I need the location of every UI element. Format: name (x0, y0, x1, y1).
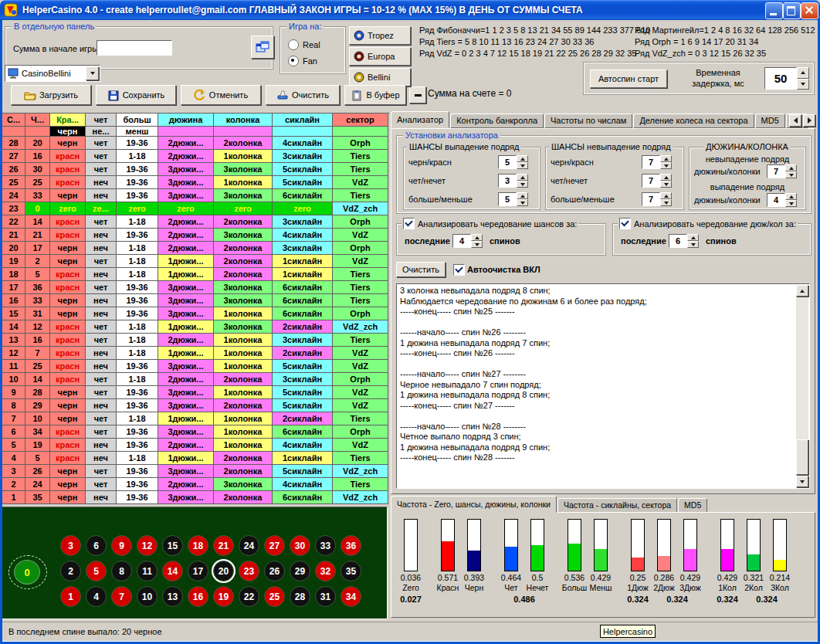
tab-анализатор[interactable]: Анализатор (391, 111, 449, 128)
close-button[interactable] (801, 2, 818, 19)
collapse-button[interactable] (409, 86, 426, 103)
board-number-11[interactable]: 11 (137, 561, 158, 581)
board-number-0[interactable]: 0 (14, 560, 40, 585)
board-number-6[interactable]: 6 (86, 535, 107, 556)
freq-tab[interactable]: MD5 (678, 498, 707, 513)
table-row[interactable]: 2214краснчет1-182дюжи...2колонка3сиклайн… (2, 215, 389, 229)
board-number-22[interactable]: 22 (239, 586, 259, 607)
scroll-down-button[interactable] (796, 476, 808, 487)
table-row[interactable]: 135черннеч19-363дюжи...2колонка6сиклайнV… (2, 491, 389, 504)
delay-spinner[interactable]: 50 (764, 67, 809, 90)
detach-panel-button[interactable] (251, 36, 274, 59)
board-number-25[interactable]: 25 (264, 586, 285, 607)
freq-tab[interactable]: Частота - Zero, шансы, дюжины, колонки (391, 496, 557, 513)
board-number-17[interactable]: 17 (188, 561, 208, 581)
autoclear-checkbox[interactable] (453, 264, 465, 276)
title-bar[interactable]: HelperCasino 4.0 - create helperroullet@… (0, 0, 820, 20)
column-header[interactable]: сиклайн (273, 114, 333, 127)
delay-spin-down[interactable] (797, 79, 809, 90)
maximize-button[interactable] (783, 2, 801, 19)
tab-частоты-по-числам[interactable]: Частоты по числам (544, 114, 632, 128)
table-row[interactable]: 1633черннеч19-363дюжи...3колонка6сиклайн… (2, 294, 389, 307)
table-row[interactable]: 928чернчет19-363дюжи...1колонка5сиклайнV… (2, 386, 389, 399)
load-button[interactable]: Загрузить (11, 85, 91, 105)
column-header[interactable]: дюжина (158, 114, 214, 127)
table-row[interactable]: 45красннеч1-181дюжи...2колонка1сиклайнTi… (2, 452, 389, 465)
tab-деление-колеса-на-сектора[interactable]: Деление колеса на сектора (633, 114, 754, 128)
tabs-scroll-right-button[interactable] (803, 114, 815, 127)
board-number-36[interactable]: 36 (341, 535, 361, 556)
delay-spin-up[interactable] (797, 67, 809, 79)
black-red-hit-spinner[interactable]: 5 (498, 155, 528, 169)
high-low-hit-spinner[interactable]: 5 (498, 192, 528, 206)
freq-tab[interactable]: Частота - сиклайны, сектора (557, 498, 677, 513)
casino-button-bellini[interactable]: Bellini (349, 68, 411, 86)
board-number-15[interactable]: 15 (162, 535, 183, 556)
tab-md5[interactable]: MD5 (755, 114, 785, 128)
table-row[interactable]: 2525красннеч19-363дюжи...1колонка5сиклай… (2, 176, 389, 189)
scroll-up-button[interactable] (796, 285, 808, 297)
alt-chances-spinner[interactable]: 4 (452, 234, 483, 248)
table-row[interactable]: 1412краснчет1-181дюжи...3колонка2сиклайн… (2, 320, 389, 334)
board-number-18[interactable]: 18 (188, 535, 208, 556)
table-row[interactable]: 2433черннеч19-363дюжи...3колонка6сиклайн… (2, 189, 389, 202)
game-option-real[interactable]: Real (288, 39, 320, 50)
board-number-9[interactable]: 9 (111, 535, 132, 556)
analyzer-log[interactable]: 3 колонка невыпадала подряд 8 спин; Набл… (396, 283, 810, 489)
save-button[interactable]: Сохранить (96, 85, 176, 105)
dozen-miss-spinner[interactable]: 7 (767, 164, 797, 178)
casino-button-europa[interactable]: Europa (349, 47, 411, 66)
table-row[interactable]: 829черннеч19-363дюжи...2колонка5сиклайнV… (2, 399, 389, 412)
board-number-20[interactable]: 20 (213, 561, 234, 581)
black-red-miss-spinner[interactable]: 7 (642, 155, 672, 169)
table-row[interactable]: 224чернчет19-362дюжи...3колонка4сиклайнT… (2, 478, 389, 491)
board-number-28[interactable]: 28 (290, 586, 310, 607)
log-scrollbar[interactable] (796, 285, 808, 487)
tab-контроль-банкролла[interactable]: Контроль банкролла (450, 114, 544, 128)
column-header[interactable]: чет (86, 114, 117, 127)
radio-fan[interactable] (288, 56, 299, 66)
board-number-1[interactable]: 1 (60, 586, 81, 607)
table-row[interactable]: 230zeroze...zerozerozerozeroVdZ_zch (2, 202, 389, 215)
column-header[interactable]: больш (117, 114, 158, 127)
board-number-27[interactable]: 27 (264, 535, 285, 556)
table-row[interactable]: 710чернчет1-181дюжи...1колонка2сиклайнTi… (2, 412, 389, 425)
table-row[interactable]: 2820чернчет19-362дюжи...2колонка4сиклайн… (2, 137, 389, 150)
table-row[interactable]: 1014краснчет1-182дюжи...2колонка3сиклайн… (2, 373, 389, 386)
column-header[interactable]: колонка (214, 114, 273, 127)
column-header[interactable]: С... (2, 114, 25, 127)
table-row[interactable]: 192чернчет1-181дюжи...2колонка1сиклайнVd… (2, 255, 389, 268)
minimize-button[interactable] (765, 2, 783, 19)
board-number-3[interactable]: 3 (60, 535, 81, 556)
alt-dozen-checkbox[interactable] (619, 218, 631, 229)
table-row[interactable]: 326чернчет19-363дюжи...2колонка5сиклайнV… (2, 465, 389, 478)
board-number-35[interactable]: 35 (341, 561, 361, 581)
tabs-scroll-left-button[interactable] (789, 114, 801, 127)
casino-button-tropez[interactable]: Tropez (349, 26, 411, 45)
board-number-19[interactable]: 19 (213, 586, 234, 607)
undo-button[interactable]: Отменить (181, 85, 261, 105)
casino-select[interactable]: CasinoBellini (5, 65, 100, 82)
alt-chances-checkbox[interactable] (403, 218, 415, 229)
column-header[interactable]: Кра... (50, 114, 86, 127)
table-row[interactable]: 2121красннеч19-362дюжи...3колонка4сиклай… (2, 229, 389, 242)
table-row[interactable]: 1736краснчет19-363дюжи...3колонка6сиклай… (2, 281, 389, 294)
board-number-4[interactable]: 4 (86, 586, 107, 607)
delay-value[interactable]: 50 (764, 67, 797, 90)
board-number-16[interactable]: 16 (188, 586, 208, 607)
autospin-start-button[interactable]: Автоспин старт (590, 69, 667, 88)
board-number-7[interactable]: 7 (111, 586, 132, 607)
casino-select-arrow[interactable] (86, 66, 99, 80)
board-number-2[interactable]: 2 (60, 561, 81, 581)
board-number-34[interactable]: 34 (341, 586, 361, 607)
game-option-fan[interactable]: Fan (288, 56, 317, 66)
column-header[interactable]: сектор (333, 114, 388, 127)
board-number-5[interactable]: 5 (86, 561, 107, 581)
table-row[interactable]: 2716краснчет1-182дюжи...1колонка3сиклайн… (2, 150, 389, 163)
table-row[interactable]: 2630краснчет19-363дюжи...3колонка5сиклай… (2, 163, 389, 176)
even-odd-miss-spinner[interactable]: 7 (642, 174, 672, 188)
column-header[interactable]: Ч... (25, 114, 50, 127)
table-row[interactable]: 2017черннеч1-182дюжи...2колонка3сиклайнO… (2, 242, 389, 255)
board-number-21[interactable]: 21 (213, 535, 234, 556)
to-clipboard-button[interactable]: В буфер (344, 85, 406, 105)
